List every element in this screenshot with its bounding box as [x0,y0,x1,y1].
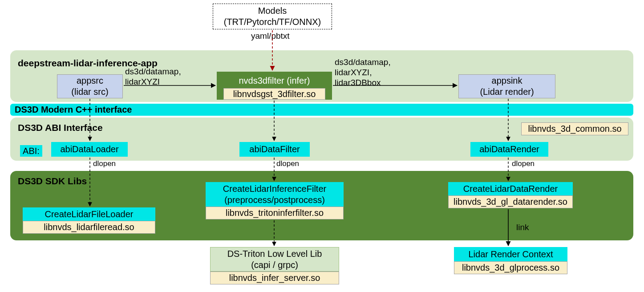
triton-node: DS-Triton Low Level Lib (capi / grpc) [210,247,339,272]
edge1-label: ds3d/datamap, lidarXYZI [125,67,181,87]
appsink-node: appsink (Lidar render) [458,74,555,98]
layer-sdk-title: DS3D SDK Libs [18,176,87,187]
dlopen-3: dlopen [512,159,535,168]
sdk-loader: CreateLidarFileLoader [23,207,155,221]
appsrc-node: appsrc (lidar src) [57,74,123,98]
dlopen-2: dlopen [276,159,299,168]
abi-loader: abiDataLoader [51,142,128,157]
edge2-label: ds3d/datamap, lidarXYZI, lidar3DBbox [335,57,391,88]
sdk-loader-lib: libnvds_lidarfileread.so [23,221,155,234]
abi-common-lib: libnvds_3d_common.so [521,122,628,135]
layer-abi-title: DS3D ABI Interface [18,122,103,133]
sdk-infer-lib: libnvds_tritoninferfilter.so [206,207,344,219]
abi-render: abiDataRender [470,142,548,157]
triton-lib: libnvds_infer_server.so [210,272,339,284]
layer-cpp-title: DS3D Modern C++ interface [15,104,132,115]
nvds3dfilter-title: nvds3dfilter (infer) [239,75,310,86]
appsrc-line1: appsrc [77,75,103,86]
appsink-line2: (Lidar render) [480,86,534,97]
sdk-render-lib: libnvds_3d_gl_datarender.so [448,195,573,208]
dlopen-1: dlopen [93,159,116,168]
link-label: link [516,223,529,233]
sdk-infer: CreateLidarInferenceFilter (preprocess/p… [206,182,344,207]
abi-tag: ABI: [20,145,42,157]
render-context: Lidar Render Context [454,247,567,261]
appsink-line1: appsink [492,75,522,86]
abi-filter: abiDataFilter [239,142,310,157]
layer-cpp: DS3D Modern C++ interface [10,104,633,116]
models-line1: Models [258,5,287,16]
nvds3dfilter-lib: libnvdsgst_3dfilter.so [223,88,325,100]
models-line2: (TRT/Pytorch/TF/ONNX) [224,16,321,28]
appsrc-line2: (lidar src) [71,86,108,97]
render-context-lib: libnvds_3d_glprocess.so [454,261,567,274]
models-format: yaml/pbtxt [251,31,290,41]
models-node: Models (TRT/Pytorch/TF/ONNX) [213,4,332,29]
sdk-render: CreateLidarDataRender [448,182,573,195]
